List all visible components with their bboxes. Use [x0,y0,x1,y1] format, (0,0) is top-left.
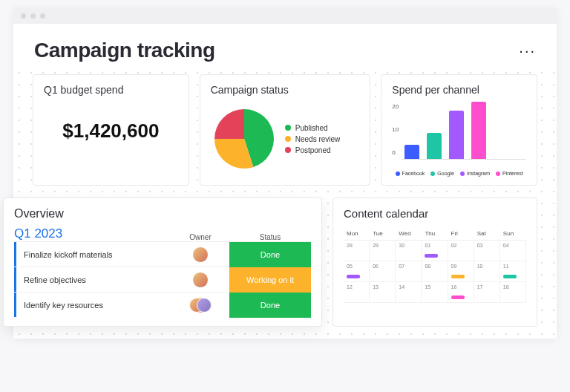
legend-item: Facebook [396,171,425,176]
task-name: Identify key resources [24,301,171,310]
legend-label: Published [295,124,328,132]
calendar-date: 02 [451,243,457,248]
overview-col-status: Status [229,233,311,241]
calendar-cell[interactable]: 17 [474,282,500,303]
calendar-cell[interactable]: 13 [370,282,396,303]
calendar-cell[interactable]: 01 [422,241,448,261]
calendar-date: 07 [399,264,404,269]
avatar[interactable] [192,246,209,263]
legend-label: Postponed [295,146,331,154]
bar [427,133,442,159]
calendar-cell[interactable]: 08 [422,261,448,282]
status-pill[interactable]: Working on it [229,267,311,293]
calendar-event[interactable] [503,275,517,278]
task-owner [171,246,229,263]
budget-card-title: Q1 budget spend [44,84,178,96]
app-window: Campaign tracking ··· Q1 budget spend $1… [13,7,557,339]
bar-chart [402,102,526,160]
task-owner [171,297,229,313]
more-button[interactable]: ··· [519,42,536,59]
traffic-light-icon [30,13,36,19]
calendar-cell[interactable]: 29 [370,241,396,261]
calendar-grid: MonTueWedThuFriSatSun2829300102030405060… [344,227,526,303]
task-accent-icon [14,267,16,292]
calendar-cell[interactable]: 14 [396,282,422,303]
calendar-cell[interactable]: 07 [396,261,422,282]
budget-card[interactable]: Q1 budget spend $1,420,600 [33,74,189,186]
calendar-date: 30 [399,243,404,248]
calendar-date: 28 [347,243,353,248]
legend-label: Google [437,171,454,176]
status-pill[interactable]: Done [229,293,311,318]
calendar-cell[interactable]: 30 [396,241,422,261]
bar [449,111,464,159]
calendar-cell[interactable]: 18 [500,282,526,303]
bar-chart-legend: FacebookGoogleInstagramPinterest [392,171,526,176]
task-name: Refine objectives [24,275,171,284]
legend-swatch-icon [460,172,465,176]
status-legend: PublishedNeeds reviewPostponed [285,121,341,157]
calendar-event[interactable] [347,275,360,278]
calendar-date: 01 [425,243,430,248]
spend-card[interactable]: Spend per channel 20100 FacebookGoogleIn… [381,74,537,186]
status-pill[interactable]: Done [229,242,311,267]
calendar-cell[interactable]: 12 [344,282,370,303]
legend-swatch-icon [285,147,291,153]
calendar-cell[interactable]: 28 [344,241,370,261]
task-row[interactable]: Finalize kickoff materials Done [14,241,311,267]
calendar-date: 09 [451,264,457,269]
calendar-day-header: Fri [448,227,474,241]
calendar-event[interactable] [451,295,465,299]
calendar-date: 05 [347,264,353,269]
avatar-group[interactable] [189,297,212,313]
calendar-day-header: Thu [422,227,448,241]
legend-item: Needs review [285,135,341,143]
traffic-light-icon [21,13,26,19]
task-accent-icon [14,242,16,267]
calendar-event[interactable] [425,254,438,258]
legend-label: Instagram [467,171,490,176]
legend-label: Facebook [402,171,425,176]
calendar-event[interactable] [451,275,465,278]
calendar-cell[interactable]: 09 [448,261,474,282]
calendar-cell[interactable]: 04 [500,241,526,261]
calendar-date: 13 [373,284,379,290]
header: Campaign tracking ··· [13,24,557,67]
legend-item: Instagram [460,171,490,176]
ytick: 10 [392,126,399,133]
overview-title: Overview [14,207,311,220]
calendar-date: 17 [477,284,483,290]
calendar-cell[interactable]: 15 [422,282,448,303]
calendar-date: 04 [503,243,509,248]
task-row[interactable]: Refine objectives Working on it [14,267,311,292]
spend-card-title: Spend per channel [392,84,526,96]
calendar-date: 08 [425,264,430,269]
bar [471,102,486,159]
legend-item: Google [430,171,454,176]
calendar-cell[interactable]: 16 [448,282,474,303]
calendar-day-header: Wed [396,227,422,241]
task-row[interactable]: Identify key resources Done [14,292,311,317]
calendar-cell[interactable]: 10 [474,261,500,282]
calendar-date: 29 [373,243,379,248]
overview-card[interactable]: Overview Q1 2023 Owner Status Finalize k… [3,197,322,327]
bar-chart-yaxis: 20100 [392,102,399,166]
calendar-date: 03 [477,243,483,248]
page-title: Campaign tracking [34,39,215,62]
overview-period[interactable]: Q1 2023 [14,226,62,241]
legend-swatch-icon [396,172,400,176]
avatar[interactable] [192,272,209,288]
calendar-date: 06 [373,264,379,269]
traffic-light-icon [40,13,45,19]
calendar-card[interactable]: Content calendar MonTueWedThuFriSatSun28… [332,197,537,327]
calendar-date: 18 [503,284,509,290]
legend-swatch-icon [285,125,291,131]
calendar-cell[interactable]: 11 [500,261,526,282]
calendar-date: 16 [451,284,457,290]
status-card[interactable]: Campaign status PublishedNeeds reviewPos… [200,74,371,186]
calendar-cell[interactable]: 06 [370,261,396,282]
calendar-cell[interactable]: 03 [474,241,500,261]
status-card-title: Campaign status [211,84,360,96]
calendar-cell[interactable]: 05 [344,261,370,282]
calendar-cell[interactable]: 02 [448,241,474,261]
